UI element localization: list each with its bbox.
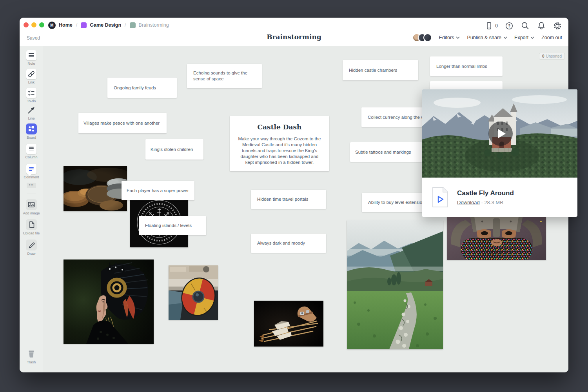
coins-image[interactable]: [64, 166, 127, 211]
board-icon: [26, 124, 36, 134]
arrows-image[interactable]: [254, 301, 323, 347]
note-text: Floating islands / levels: [145, 223, 192, 229]
tool-board-label: Board: [20, 136, 43, 140]
zoom-out-label: Zoom out: [541, 35, 562, 40]
shield-image[interactable]: [169, 265, 218, 320]
column-icon: [27, 144, 36, 154]
note-card[interactable]: Subtle tattoos and markings: [350, 142, 422, 162]
note-text: Longer than normal limbs: [436, 64, 487, 69]
tool-link[interactable]: Link: [20, 69, 43, 84]
line-arrow-icon: [26, 105, 36, 115]
download-link[interactable]: Download: [457, 200, 480, 205]
play-button[interactable]: [488, 122, 513, 146]
draw-pencil-icon: [26, 240, 36, 250]
editors-menu[interactable]: Editors: [439, 35, 460, 40]
tool-add-image[interactable]: Add image: [20, 199, 43, 215]
editors-label: Editors: [439, 35, 454, 40]
sidebar-divider: [27, 194, 36, 194]
tool-link-label: Link: [20, 80, 43, 84]
tool-comment[interactable]: Comment: [20, 164, 43, 179]
tool-column-label: Column: [20, 155, 43, 159]
note-card[interactable]: Always dark and moody: [251, 234, 326, 253]
teal-board-icon: [130, 22, 136, 28]
breadcrumb-project-label: Game Design: [90, 22, 121, 28]
video-card[interactable]: Castle Fly Around Download - 28.3 MB: [422, 89, 577, 217]
game-concept-card[interactable]: Castle Dash Make your way through the Go…: [230, 116, 329, 171]
tool-draw-label: Draw: [20, 252, 43, 256]
tool-note-label: Note: [20, 62, 43, 65]
maximize-button[interactable]: [39, 22, 44, 27]
note-card[interactable]: Each player has a super power: [122, 181, 194, 200]
tool-draw[interactable]: Draw: [20, 240, 43, 256]
tool-line[interactable]: Line: [20, 105, 43, 120]
editor-avatars[interactable]: [412, 33, 432, 42]
minimize-button[interactable]: [31, 22, 36, 27]
breadcrumb-separator: /: [76, 22, 77, 28]
header: M Home / Game Design / Brainstorming 0: [20, 18, 568, 46]
tool-board[interactable]: Board: [20, 123, 43, 140]
viking-image[interactable]: [447, 217, 546, 260]
breadcrumb-board[interactable]: Brainstorming: [130, 22, 169, 28]
note-text: Echoing sounds to give the sense of spac…: [193, 70, 256, 82]
milanote-logo-icon: M: [48, 22, 56, 29]
note-icon: [27, 51, 36, 60]
chevron-down-icon: [456, 36, 460, 39]
search-icon: [521, 21, 530, 31]
breadcrumb-home[interactable]: M Home: [48, 22, 73, 29]
note-text: Subtle tattoos and markings: [355, 149, 411, 155]
close-button[interactable]: [24, 22, 29, 27]
tool-upload-file-label: Upload file: [20, 231, 43, 235]
note-text: Each player has a super power: [127, 188, 189, 194]
note-card[interactable]: Floating islands / levels: [139, 216, 206, 235]
breadcrumb-project[interactable]: Game Design: [81, 22, 121, 28]
note-text: Always dark and moody: [257, 240, 305, 246]
portrait-image[interactable]: [64, 260, 154, 344]
video-thumbnail: [422, 89, 577, 178]
publish-share-label: Publish & share: [467, 35, 501, 40]
notifications-button[interactable]: [537, 21, 546, 31]
publish-share-menu[interactable]: Publish & share: [467, 35, 507, 40]
help-button[interactable]: ?: [505, 21, 514, 31]
export-label: Export: [514, 35, 528, 40]
comment-icon: [27, 164, 36, 174]
tool-line-label: Line: [20, 116, 43, 120]
tool-more[interactable]: •••: [20, 183, 43, 188]
zoom-out-button[interactable]: Zoom out: [541, 35, 562, 40]
search-button[interactable]: [521, 21, 530, 31]
board-canvas: 0 Unsorted Ongoing family feuds Echoing …: [43, 46, 568, 372]
note-text: Villages make peace with one another: [83, 120, 160, 126]
unsorted-tray-badge[interactable]: 0 Unsorted: [539, 53, 565, 60]
desktop: { "window": { "status": "Saved", "title"…: [0, 0, 588, 392]
tool-trash[interactable]: Trash: [20, 349, 43, 364]
video-size: - 28.3 MB: [481, 200, 503, 205]
link-icon: [27, 69, 36, 79]
help-icon: ?: [505, 21, 514, 31]
tool-note[interactable]: Note: [20, 50, 43, 65]
note-card[interactable]: Echoing sounds to give the sense of spac…: [187, 64, 262, 88]
bell-icon: [537, 21, 546, 31]
note-card[interactable]: Villages make peace with one another: [78, 113, 167, 133]
landscape-image[interactable]: [347, 220, 443, 349]
note-text: Hidden time travel portals: [257, 196, 308, 202]
device-count: 0: [495, 23, 498, 29]
trash-icon: [26, 349, 36, 359]
export-menu[interactable]: Export: [514, 35, 534, 40]
toolbar-sidebar: Note Link To-do Line: [20, 46, 43, 372]
note-card[interactable]: King's stolen children: [145, 139, 203, 160]
breadcrumb-separator: /: [125, 22, 126, 28]
video-file-icon: [431, 186, 449, 208]
tool-column[interactable]: Column: [20, 144, 43, 159]
note-text: King's stolen children: [151, 147, 193, 152]
note-card[interactable]: Hidden castle chambers: [343, 60, 418, 80]
device-preview-button[interactable]: 0: [484, 21, 498, 31]
note-text: Ability to buy level extension: [368, 200, 425, 205]
app-window: M Home / Game Design / Brainstorming 0: [20, 18, 568, 372]
tool-todo[interactable]: To-do: [20, 88, 43, 103]
note-card[interactable]: Hidden time travel portals: [251, 190, 326, 209]
todo-icon: [27, 88, 36, 98]
tool-comment-label: Comment: [20, 175, 43, 179]
note-card[interactable]: Ongoing family feuds: [107, 78, 177, 98]
note-card[interactable]: Longer than normal limbs: [430, 56, 503, 76]
tool-upload-file[interactable]: Upload file: [20, 219, 43, 235]
settings-button[interactable]: [553, 21, 562, 31]
